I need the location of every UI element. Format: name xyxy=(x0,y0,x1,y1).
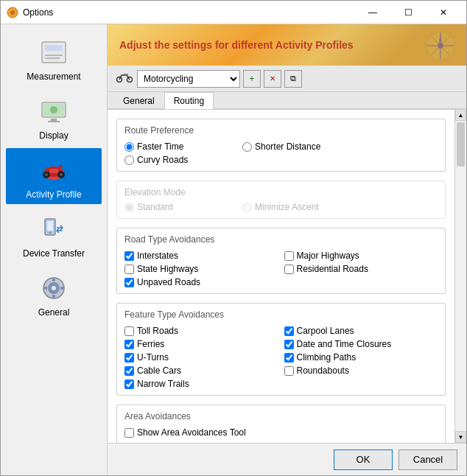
narrow-trails-option[interactable]: Narrow Trails xyxy=(124,379,278,389)
show-area-avoidances-checkbox[interactable] xyxy=(124,428,134,438)
svg-rect-25 xyxy=(52,278,55,281)
unpaved-roads-option[interactable]: Unpaved Roads xyxy=(124,277,278,287)
measurement-icon xyxy=(36,35,71,70)
tab-routing[interactable]: Routing xyxy=(164,92,214,109)
road-avoidances-grid: Interstates Major Highways State Highway… xyxy=(124,251,438,287)
profile-dropdown[interactable]: Motorcycling xyxy=(137,70,240,88)
feature-type-avoidances-title: Feature Type Avoidances xyxy=(124,309,438,320)
sidebar-item-display[interactable]: Display xyxy=(6,89,102,145)
scroll-down-button[interactable]: ▼ xyxy=(455,431,466,443)
svg-rect-17 xyxy=(49,169,58,173)
svg-rect-26 xyxy=(52,295,55,298)
svg-rect-18 xyxy=(45,169,49,172)
state-highways-checkbox[interactable] xyxy=(124,265,134,274)
route-preference-row2: Curvy Roads xyxy=(124,155,438,165)
major-highways-checkbox[interactable] xyxy=(284,251,294,261)
ferries-checkbox[interactable] xyxy=(124,340,134,349)
ok-button[interactable]: OK xyxy=(334,449,393,470)
faster-time-option[interactable]: Faster Time xyxy=(124,141,228,152)
scroll-thumb[interactable] xyxy=(457,122,465,167)
tab-bar: General Routing xyxy=(108,92,466,109)
interstates-option[interactable]: Interstates xyxy=(124,251,278,261)
feature-avoidances-grid: Toll Roads Carpool Lanes Ferries xyxy=(124,326,438,389)
general-label: General xyxy=(38,307,70,318)
elevation-mode-title: Elevation Mode xyxy=(124,187,438,197)
toll-roads-option[interactable]: Toll Roads xyxy=(124,326,278,336)
svg-rect-28 xyxy=(60,287,64,290)
minimize-button[interactable]: — xyxy=(356,2,390,23)
roundabouts-checkbox[interactable] xyxy=(284,366,294,376)
major-highways-option[interactable]: Major Highways xyxy=(284,251,438,261)
tab-general[interactable]: General xyxy=(113,92,164,109)
profile-bar: Motorcycling + ✕ ⧉ xyxy=(108,66,466,92)
window-title: Options xyxy=(23,7,356,18)
display-label: Display xyxy=(39,130,68,141)
svg-rect-3 xyxy=(45,45,63,51)
content-area: Measurement Display xyxy=(1,24,466,475)
device-transfer-icon xyxy=(36,211,71,247)
climbing-paths-option[interactable]: Climbing Paths xyxy=(284,352,438,363)
cable-cars-option[interactable]: Cable Cars xyxy=(124,365,278,376)
curvy-roads-option[interactable]: Curvy Roads xyxy=(124,155,438,165)
route-preference-section: Route Preference Faster Time Shorter Dis… xyxy=(116,119,446,172)
header-text: Adjust the settings for different Activi… xyxy=(119,39,354,51)
svg-rect-27 xyxy=(43,287,47,290)
measurement-label: Measurement xyxy=(27,71,80,82)
main-header: Adjust the settings for different Activi… xyxy=(108,24,466,66)
state-highways-option[interactable]: State Highways xyxy=(124,264,278,274)
carpool-lanes-checkbox[interactable] xyxy=(284,326,294,336)
svg-point-10 xyxy=(50,106,57,113)
cable-cars-checkbox[interactable] xyxy=(124,366,134,376)
scrollbar[interactable]: ▲ ▼ xyxy=(454,109,466,443)
toll-roads-checkbox[interactable] xyxy=(124,326,134,336)
routing-panel: Route Preference Faster Time Shorter Dis… xyxy=(108,109,454,443)
motorcycle-icon xyxy=(116,72,133,85)
main-panel: Adjust the settings for different Activi… xyxy=(108,24,466,475)
u-turns-option[interactable]: U-Turns xyxy=(124,352,278,363)
standard-option: Standard xyxy=(124,202,228,212)
scroll-up-button[interactable]: ▲ xyxy=(455,109,466,121)
u-turns-checkbox[interactable] xyxy=(124,353,134,363)
close-button[interactable]: ✕ xyxy=(426,2,460,23)
add-profile-button[interactable]: + xyxy=(243,70,261,88)
ferries-option[interactable]: Ferries xyxy=(124,339,278,349)
faster-time-radio[interactable] xyxy=(124,142,134,152)
options-window: Options — ☐ ✕ Measurement xyxy=(0,0,467,476)
shorter-distance-radio[interactable] xyxy=(242,142,252,152)
maximize-button[interactable]: ☐ xyxy=(391,2,425,23)
titlebar: Options — ☐ ✕ xyxy=(1,1,466,24)
narrow-trails-checkbox[interactable] xyxy=(124,379,134,389)
elevation-mode-section: Elevation Mode Standard Minimize Ascent xyxy=(116,181,446,219)
sidebar-item-activity-profile[interactable]: Activity Profile xyxy=(6,148,102,204)
road-type-avoidances-title: Road Type Avoidances xyxy=(124,234,438,245)
feature-type-avoidances-section: Feature Type Avoidances Toll Roads Carpo… xyxy=(116,303,446,396)
delete-profile-button[interactable]: ✕ xyxy=(264,70,281,88)
sidebar-item-device-transfer[interactable]: Device Transfer xyxy=(6,207,102,263)
shorter-distance-option[interactable]: Shorter Distance xyxy=(242,141,345,152)
app-icon xyxy=(7,7,18,18)
sidebar-item-general[interactable]: General xyxy=(6,266,102,322)
svg-rect-8 xyxy=(51,119,57,121)
display-icon xyxy=(36,94,71,129)
area-avoidances-section: Area Avoidances Show Area Avoidances Too… xyxy=(116,405,446,443)
svg-rect-39 xyxy=(125,74,128,75)
carpool-lanes-option[interactable]: Carpool Lanes xyxy=(284,326,438,336)
unpaved-roads-checkbox[interactable] xyxy=(124,278,134,287)
residential-roads-option[interactable]: Residential Roads xyxy=(284,264,438,274)
climbing-paths-checkbox[interactable] xyxy=(284,353,294,363)
date-time-closures-option[interactable]: Date and Time Closures xyxy=(284,339,438,349)
route-preference-row1: Faster Time Shorter Distance xyxy=(124,141,438,152)
cancel-button[interactable]: Cancel xyxy=(398,449,457,470)
copy-profile-button[interactable]: ⧉ xyxy=(284,70,302,88)
interstates-checkbox[interactable] xyxy=(124,251,134,261)
activity-profile-icon xyxy=(36,153,71,188)
sidebar-item-measurement[interactable]: Measurement xyxy=(6,30,102,86)
date-time-closures-checkbox[interactable] xyxy=(284,340,294,349)
residential-roads-checkbox[interactable] xyxy=(284,265,294,274)
curvy-roads-radio[interactable] xyxy=(124,155,134,165)
general-icon xyxy=(36,270,71,306)
show-area-avoidances-option[interactable]: Show Area Avoidances Tool xyxy=(124,427,438,438)
panel-container: Route Preference Faster Time Shorter Dis… xyxy=(108,109,466,443)
roundabouts-option[interactable]: Roundabouts xyxy=(284,365,438,376)
footer: OK Cancel xyxy=(108,443,466,475)
